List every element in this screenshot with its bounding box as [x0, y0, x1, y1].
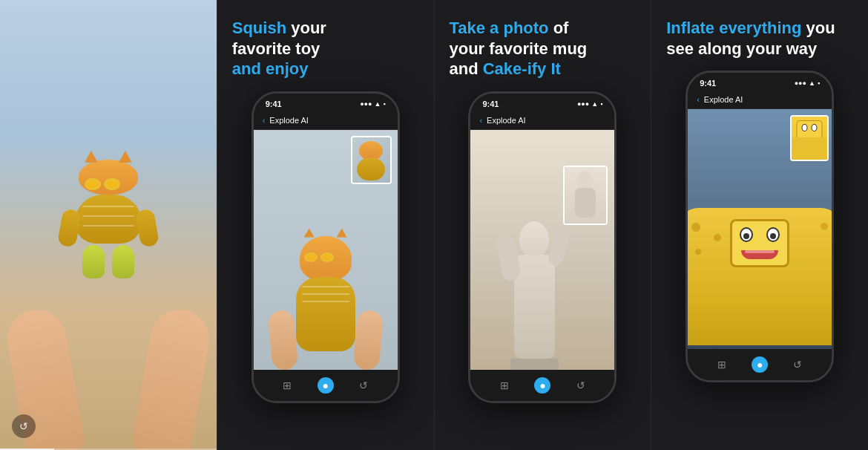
sponge-balloon: [688, 208, 832, 349]
panel-4: Inflate everything you see along your wa…: [651, 0, 868, 450]
statue-head: [519, 221, 549, 258]
phone-3-bottom-bar: ⊞ ● ↺: [470, 370, 614, 401]
phone-3-back[interactable]: ‹: [479, 116, 482, 125]
gallery-icon[interactable]: ⊞: [279, 377, 295, 394]
gallery-icon-4[interactable]: ⊞: [714, 356, 730, 373]
replay-button[interactable]: ↺: [12, 414, 36, 438]
phone-3-content: [470, 130, 614, 370]
phone-3-nav: ‹ Explode AI: [470, 111, 614, 130]
phone-2-app-title: Explode AI: [269, 116, 309, 125]
phone-2-nav: ‹ Explode AI: [254, 111, 398, 130]
phone-3-status-icons: ●●● ▲ ▪: [577, 100, 602, 108]
phone-3-time: 9:41: [482, 100, 499, 108]
eye-right: [766, 227, 780, 242]
replay-icon: ↺: [19, 420, 28, 432]
battery-icon: ▪: [383, 100, 385, 108]
phone-4-bottom-bar: ⊞ ● ↺: [688, 349, 832, 380]
camera-button[interactable]: ●: [318, 377, 334, 394]
phone-3-statusbar: 9:41 ●●● ▲ ▪: [470, 94, 614, 111]
rotate-icon-4[interactable]: ↺: [789, 356, 806, 373]
battery-icon-4: ▪: [818, 79, 820, 87]
teeth: [745, 250, 775, 253]
phone-2: 9:41 ●●● ▲ ▪ ‹ Explode AI: [251, 91, 400, 403]
phone-3-app-title: Explode AI: [487, 116, 526, 125]
statue-main: [514, 221, 555, 370]
thumb-body: [792, 137, 827, 160]
panel-2-highlight: Squish: [232, 19, 286, 37]
cat-head: [79, 160, 138, 195]
squish-cat-body: [296, 277, 355, 351]
phone-4-nav: ‹ Explode AI: [688, 91, 832, 109]
panel-3-highlight2: Cake-ify It: [483, 59, 561, 78]
panel-3-header: Take a photo ofyour favorite mugand Cake…: [435, 18, 651, 91]
wifi-icon-3: ▲: [591, 100, 598, 108]
phone-4-status-icons: ●●● ▲ ▪: [795, 79, 820, 87]
squish-thumb: [351, 136, 392, 184]
squish-thumb-inner: [352, 137, 390, 183]
panel-4-highlight: Inflate everything: [666, 19, 801, 37]
statue-body: [514, 255, 555, 359]
phone-2-content: [254, 130, 398, 370]
pupil-left: [743, 233, 749, 239]
panel-3-highlight: Take a photo: [450, 19, 549, 37]
crowd: [688, 345, 832, 349]
phone-2-bottom-bar: ⊞ ● ↺: [254, 370, 398, 401]
dot-4: [821, 223, 828, 230]
panel-4-header: Inflate everything you see along your wa…: [651, 18, 868, 71]
statue-base: [510, 359, 559, 370]
thumb-eye-l: [802, 124, 808, 131]
panel-3: Take a photo ofyour favorite mugand Cake…: [434, 0, 651, 450]
sponge-thumb-bg: [792, 117, 827, 160]
panel-2-phone-container: 9:41 ●●● ▲ ▪ ‹ Explode AI: [217, 91, 434, 451]
mouth: [741, 250, 778, 259]
panel-2-title: Squish yourfavorite toyand enjoy: [232, 18, 419, 79]
phone-2-time: 9:41: [266, 100, 282, 108]
squish-cat-head: [300, 236, 352, 281]
sponge-thumb: [790, 115, 829, 161]
signal-icon: ●●●: [360, 100, 372, 108]
mini-head: [578, 171, 593, 189]
phone-2-status-icons: ●●● ▲ ▪: [360, 100, 385, 108]
rotate-icon-3[interactable]: ↺: [573, 377, 589, 394]
panel-4-title: Inflate everything you see along your wa…: [666, 18, 853, 59]
pupil-right: [770, 233, 776, 239]
gallery-icon-3[interactable]: ⊞: [496, 377, 513, 394]
eye-left: [740, 227, 753, 242]
cat-toy: [60, 160, 157, 278]
squish-scene: [254, 130, 398, 370]
rotate-icon[interactable]: ↺: [355, 377, 372, 394]
back-chevron-4: ‹: [697, 95, 700, 104]
dot-3: [695, 249, 701, 255]
phone-2-back[interactable]: ‹: [263, 116, 266, 125]
squish-glass-r: [320, 252, 334, 262]
thumb-eyes-row: [798, 121, 822, 134]
squish-hand-r: [352, 309, 384, 369]
camera-button-4[interactable]: ●: [752, 356, 768, 373]
statue-scene: [470, 130, 614, 370]
back-chevron-3: ‹: [479, 116, 482, 125]
arm-left: [57, 208, 82, 248]
camera-button-3[interactable]: ●: [534, 377, 550, 394]
thumb-eye-r: [811, 124, 817, 131]
panel-4-phone-container: 9:41 ●●● ▲ ▪ ‹ Explode AI: [651, 71, 868, 450]
phone-4-app-title: Explode AI: [704, 95, 743, 104]
squish-hand-l: [267, 309, 298, 369]
phone-4-statusbar: 9:41 ●●● ▲ ▪: [688, 73, 832, 91]
arm-right: [135, 208, 160, 248]
phone-4-back[interactable]: ‹: [697, 95, 700, 104]
panel-3-phone-container: 9:41 ●●● ▲ ▪ ‹ Explode AI: [435, 91, 651, 451]
statue-overlay: [563, 166, 608, 225]
dot-2: [714, 234, 721, 241]
hands-scene: [0, 0, 217, 450]
glass-left: [85, 178, 101, 190]
phone-2-statusbar: 9:41 ●●● ▲ ▪: [254, 94, 398, 111]
panel-2-header: Squish yourfavorite toyand enjoy: [217, 18, 434, 91]
wifi-icon-4: ▲: [809, 79, 815, 87]
signal-icon-3: ●●●: [577, 100, 589, 108]
battery-icon-3: ▪: [600, 100, 602, 108]
phone-3: 9:41 ●●● ▲ ▪ ‹ Explode AI: [468, 91, 617, 403]
squish-glass-l: [304, 252, 318, 262]
statue-overlay-inner: [565, 167, 606, 224]
mini-body: [575, 188, 596, 218]
phone-4: 9:41 ●●● ▲ ▪ ‹ Explode AI: [685, 71, 834, 382]
